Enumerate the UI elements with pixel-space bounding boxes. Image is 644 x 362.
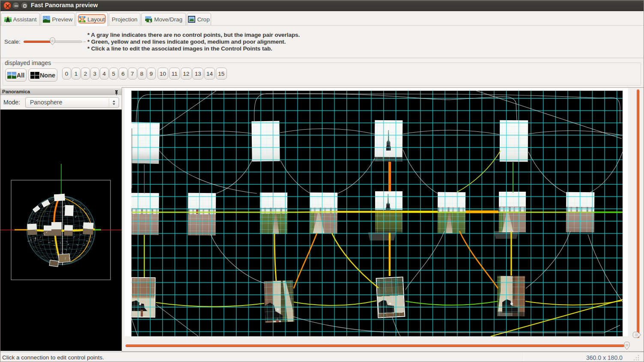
svg-text:GL: GL [44,16,48,19]
